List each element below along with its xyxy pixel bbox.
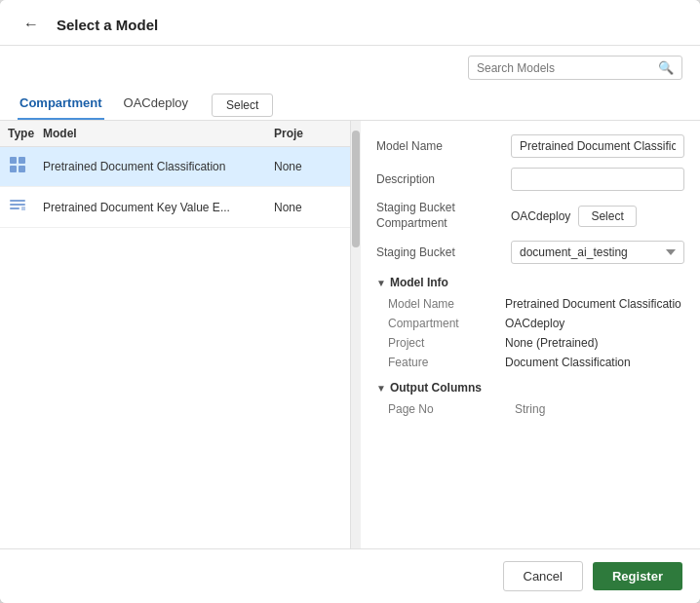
info-feature-row: Feature Document Classification [376, 356, 684, 369]
svg-rect-3 [19, 166, 25, 172]
tab-compartment[interactable]: Compartment [18, 90, 104, 120]
staging-bucket-label: Staging Bucket [376, 245, 503, 259]
svg-rect-6 [10, 207, 19, 209]
staging-compartment-value: OACdeploy [511, 209, 570, 223]
back-button[interactable]: ← [18, 14, 45, 35]
model-type-icon-0 [8, 155, 43, 178]
select-model-dialog: ← Select a Model 🔍 Compartment OACdeploy… [0, 0, 700, 603]
info-compartment-label: Compartment [388, 317, 505, 330]
description-label: Description [376, 172, 503, 186]
info-project-value: None (Pretrained) [505, 336, 684, 350]
staging-compartment-value-area: OACdeploy Select [511, 206, 684, 227]
col-type-header: Type [8, 127, 43, 140]
table-row[interactable]: Pretrained Document Classification None [0, 147, 350, 187]
main-content: Type Model Proje Pretrained Document Cla… [0, 121, 700, 548]
model-name-0: Pretrained Document Classification [43, 160, 274, 173]
dialog-title: Select a Model [57, 17, 158, 33]
search-box: 🔍 [468, 56, 682, 80]
model-name-row: Model Name [376, 134, 684, 158]
left-panel: Type Model Proje Pretrained Document Cla… [0, 121, 351, 548]
svg-rect-7 [21, 207, 25, 210]
search-row: 🔍 [0, 46, 700, 86]
tabs-row: Compartment OACdeploy Select [0, 86, 700, 121]
model-info-section-label: Model Info [390, 276, 448, 289]
info-project-row: Project None (Pretrained) [376, 336, 684, 350]
staging-compartment-label: Staging Bucket Compartment [376, 201, 503, 231]
model-type-icon-1 [8, 195, 43, 219]
section-triangle-icon: ▼ [376, 278, 386, 288]
info-model-name-label: Model Name [388, 297, 505, 311]
cancel-button[interactable]: Cancel [503, 561, 583, 591]
svg-rect-5 [10, 204, 25, 206]
right-panel: Model Name Description Staging Bucket Co… [361, 121, 700, 548]
scrollbar[interactable] [351, 121, 361, 548]
table-header: Type Model Proje [0, 121, 350, 147]
model-name-input[interactable] [511, 134, 684, 158]
output-col-type-0: String [515, 402, 545, 416]
info-compartment-row: Compartment OACdeploy [376, 317, 684, 330]
info-compartment-value: OACdeploy [505, 317, 684, 330]
description-input[interactable] [511, 168, 684, 191]
output-columns-section-header: ▼ Output Columns [376, 381, 684, 395]
svg-rect-2 [10, 166, 17, 172]
tab-oacdeploy[interactable]: OACdeploy [122, 90, 190, 120]
staging-compartment-row: Staging Bucket Compartment OACdeploy Sel… [376, 201, 684, 231]
scrollbar-thumb [352, 131, 360, 247]
info-model-name-row: Model Name Pretrained Document Classific… [376, 297, 684, 311]
staging-bucket-row: Staging Bucket document_ai_testing [376, 241, 684, 264]
staging-compartment-select-btn[interactable]: Select [578, 206, 636, 227]
output-columns-section-label: Output Columns [390, 381, 482, 395]
search-icon: 🔍 [658, 60, 674, 75]
description-row: Description [376, 168, 684, 191]
model-info-section-header: ▼ Model Info [376, 276, 684, 289]
info-feature-value: Document Classification [505, 356, 684, 369]
info-feature-label: Feature [388, 356, 505, 369]
svg-rect-4 [10, 200, 25, 202]
table-row[interactable]: Pretrained Document Key Value E... None [0, 187, 350, 228]
model-name-label: Model Name [376, 139, 503, 153]
model-project-1: None [274, 201, 342, 214]
model-name-1: Pretrained Document Key Value E... [43, 201, 274, 214]
info-model-name-value: Pretrained Document Classificatio [505, 297, 684, 311]
col-model-header: Model [43, 127, 274, 140]
svg-rect-0 [10, 157, 17, 164]
svg-rect-1 [19, 157, 25, 164]
staging-bucket-select[interactable]: document_ai_testing [511, 241, 684, 264]
register-button[interactable]: Register [593, 562, 682, 590]
col-project-header: Proje [274, 127, 342, 140]
tab-select-button[interactable]: Select [212, 94, 273, 117]
output-section-triangle-icon: ▼ [376, 383, 386, 394]
dialog-header: ← Select a Model [0, 0, 700, 46]
info-project-label: Project [388, 336, 505, 350]
dialog-footer: Cancel Register [0, 548, 700, 603]
output-col-name-0: Page No [388, 402, 515, 416]
model-project-0: None [274, 160, 342, 173]
output-col-row-0: Page No String [376, 402, 684, 416]
search-input[interactable] [477, 61, 658, 75]
